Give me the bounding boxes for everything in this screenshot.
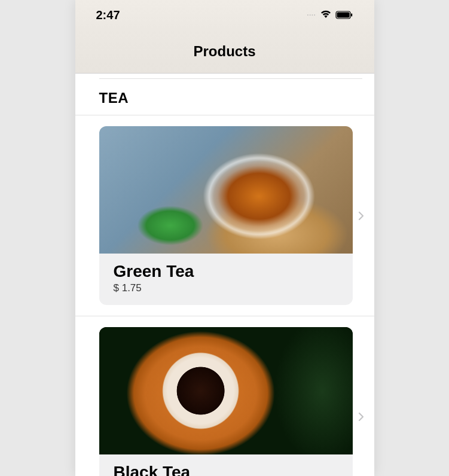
chevron-right-icon (353, 211, 369, 221)
section-header-tea: TEA (75, 79, 374, 115)
status-time: 2:47 (96, 8, 120, 22)
product-name: Green Tea (114, 262, 338, 281)
green-tea-image (99, 126, 353, 254)
svg-rect-2 (351, 13, 352, 16)
battery-icon (335, 8, 353, 22)
product-row-green-tea[interactable]: Green Tea $ 1.75 (75, 115, 374, 316)
card-body: Green Tea $ 1.75 (99, 254, 353, 305)
product-card: Green Tea $ 1.75 (99, 126, 353, 305)
product-card: Black Tea $ 1.75 (99, 327, 353, 476)
page-title: Products (193, 43, 255, 60)
chevron-right-icon (353, 412, 369, 422)
phone-frame: 2:47 ···· Products TEA Green Tea $ 1.75 (75, 0, 374, 476)
wifi-icon (320, 8, 332, 22)
status-right: ···· (307, 8, 353, 22)
svg-rect-1 (337, 12, 349, 17)
product-name: Black Tea (114, 463, 338, 476)
card-body: Black Tea $ 1.75 (99, 454, 353, 476)
product-price: $ 1.75 (114, 282, 338, 294)
signal-dots-icon: ···· (307, 12, 316, 19)
product-row-black-tea[interactable]: Black Tea $ 1.75 (75, 316, 374, 476)
status-bar: 2:47 ···· (75, 0, 374, 30)
content-area[interactable]: TEA Green Tea $ 1.75 Black Tea $ 1.75 (75, 74, 374, 476)
black-tea-image (99, 327, 353, 454)
nav-bar: Products (75, 30, 374, 74)
